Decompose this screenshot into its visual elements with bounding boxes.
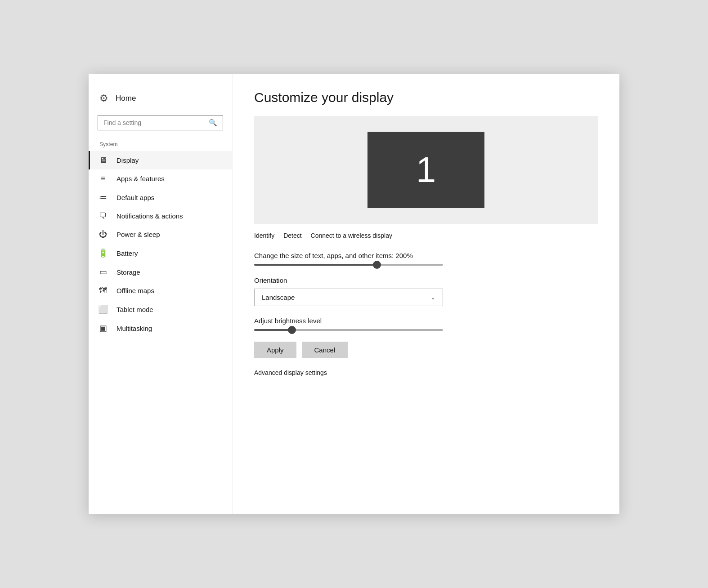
sidebar-nav: 🖥Display≡Apps & features≔Default apps🗨No…	[89, 151, 232, 338]
cancel-button[interactable]: Cancel	[302, 342, 348, 358]
tablet-mode-icon: ⬜	[98, 304, 108, 314]
default-apps-icon: ≔	[98, 192, 108, 202]
notifications-label: Notifications & actions	[117, 212, 183, 220]
scale-label: Change the size of text, apps, and other…	[254, 252, 598, 259]
connect-wireless-link[interactable]: Connect to a wireless display	[311, 232, 392, 239]
brightness-slider-track[interactable]	[254, 329, 443, 331]
tablet-mode-label: Tablet mode	[117, 306, 153, 313]
brightness-slider-row	[254, 329, 598, 331]
chevron-down-icon: ⌄	[430, 294, 435, 301]
home-label: Home	[116, 94, 136, 103]
display-icon: 🖥	[98, 156, 108, 165]
advanced-display-settings-link[interactable]: Advanced display settings	[254, 369, 598, 376]
search-icon: 🔍	[209, 119, 217, 127]
power-sleep-label: Power & sleep	[117, 231, 160, 238]
home-item[interactable]: ⚙ Home	[89, 88, 232, 111]
sidebar-item-apps-features[interactable]: ≡Apps & features	[89, 169, 232, 188]
sidebar-item-notifications[interactable]: 🗨Notifications & actions	[89, 207, 232, 225]
orientation-value: Landscape	[262, 294, 295, 301]
monitor-box: 1	[367, 132, 484, 208]
brightness-slider-fill	[254, 329, 292, 331]
sidebar-item-battery[interactable]: 🔋Battery	[89, 244, 232, 263]
sidebar-item-tablet-mode[interactable]: ⬜Tablet mode	[89, 300, 232, 319]
main-content: Customize your display 1 IdentifyDetectC…	[233, 74, 619, 514]
sidebar-item-display[interactable]: 🖥Display	[89, 151, 232, 169]
scale-slider-track[interactable]	[254, 264, 443, 266]
monitor-number: 1	[416, 149, 436, 191]
orientation-label: Orientation	[254, 276, 598, 284]
settings-window: ⚙ Home 🔍 System 🖥Display≡Apps & features…	[89, 74, 619, 514]
search-box[interactable]: 🔍	[98, 115, 223, 130]
notifications-icon: 🗨	[98, 211, 108, 221]
battery-icon: 🔋	[98, 248, 108, 258]
scale-slider-row	[254, 264, 598, 266]
apply-button[interactable]: Apply	[254, 342, 296, 358]
brightness-slider-thumb[interactable]	[288, 326, 296, 334]
scale-slider-fill	[254, 264, 377, 266]
multitasking-label: Multitasking	[117, 325, 152, 332]
display-preview-area: 1	[254, 116, 598, 224]
sidebar-item-default-apps[interactable]: ≔Default apps	[89, 188, 232, 207]
power-sleep-icon: ⏻	[98, 230, 108, 239]
brightness-label: Adjust brightness level	[254, 317, 598, 325]
page-title: Customize your display	[254, 90, 598, 105]
multitasking-icon: ▣	[98, 323, 108, 333]
display-links-row: IdentifyDetectConnect to a wireless disp…	[254, 232, 598, 239]
search-input[interactable]	[103, 119, 205, 126]
system-section-label: System	[89, 139, 232, 151]
battery-label: Battery	[117, 249, 138, 257]
detect-link[interactable]: Detect	[283, 232, 301, 239]
storage-icon: ▭	[98, 267, 108, 277]
display-label: Display	[117, 156, 139, 164]
default-apps-label: Default apps	[117, 194, 154, 201]
sidebar-item-power-sleep[interactable]: ⏻Power & sleep	[89, 225, 232, 244]
sidebar-item-multitasking[interactable]: ▣Multitasking	[89, 319, 232, 338]
storage-label: Storage	[117, 268, 140, 276]
action-button-row: Apply Cancel	[254, 342, 598, 358]
offline-maps-icon: 🗺	[98, 286, 108, 295]
scale-slider-thumb[interactable]	[373, 261, 381, 269]
identify-link[interactable]: Identify	[254, 232, 274, 239]
sidebar: ⚙ Home 🔍 System 🖥Display≡Apps & features…	[89, 74, 233, 514]
sidebar-item-storage[interactable]: ▭Storage	[89, 263, 232, 281]
apps-features-label: Apps & features	[117, 175, 165, 183]
offline-maps-label: Offline maps	[117, 287, 154, 294]
sidebar-item-offline-maps[interactable]: 🗺Offline maps	[89, 281, 232, 300]
home-icon: ⚙	[99, 93, 108, 104]
orientation-select[interactable]: Landscape ⌄	[254, 289, 443, 306]
apps-features-icon: ≡	[98, 174, 108, 183]
